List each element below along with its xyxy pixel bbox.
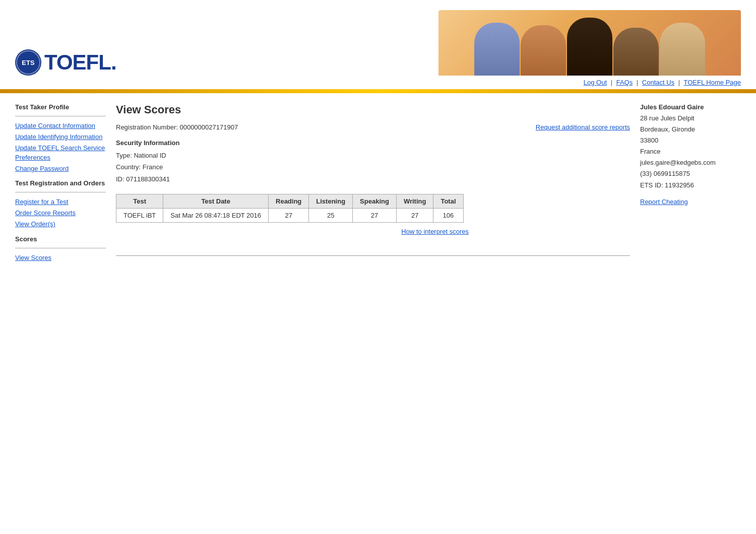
sidebar-divider-3 <box>15 248 106 248</box>
sidebar-section-scores: Scores View Scores <box>15 235 106 262</box>
header: ETS TOEFL. <box>0 0 756 76</box>
security-id: ID: 071188300341 <box>116 173 630 185</box>
scores-table: Test Test Date Reading Listening Speakin… <box>116 194 464 223</box>
main-content: View Scores Registration Number: 0000000… <box>116 103 630 269</box>
security-info: Type: National ID Country: France ID: 07… <box>116 150 630 185</box>
nav-sep-1: | <box>611 79 612 86</box>
user-email: jules.gaire@kedgebs.com <box>640 157 741 168</box>
user-name: Jules Edouard Gaire <box>640 103 741 111</box>
nav-sep-2: | <box>637 79 638 86</box>
faqs-link[interactable]: FAQs <box>616 79 633 86</box>
user-ets-id: ETS ID: 11932956 <box>640 180 741 191</box>
order-score-link[interactable]: Order Score Reports <box>15 209 106 218</box>
sidebar-title-scores: Scores <box>15 235 106 243</box>
student-3 <box>567 18 612 76</box>
sidebar-title-registration: Test Registration and Orders <box>15 179 106 187</box>
cell-listening: 25 <box>309 209 353 223</box>
view-scores-sidebar-link[interactable]: View Scores <box>15 253 106 262</box>
col-total: Total <box>433 194 463 209</box>
main-layout: Test Taker Profile Update Contact Inform… <box>0 93 756 279</box>
col-test: Test <box>116 194 163 209</box>
update-contact-link[interactable]: Update Contact Information <box>15 121 106 130</box>
col-speaking: Speaking <box>353 194 397 209</box>
update-toefl-search-link[interactable]: Update TOEFL Search Service Preferences <box>15 144 106 162</box>
sidebar-divider-2 <box>15 192 106 192</box>
registration-number: Registration Number: 0000000027171907 Re… <box>116 123 630 131</box>
scores-header-row: Test Test Date Reading Listening Speakin… <box>116 194 464 209</box>
address-line1: 28 rue Jules Delpit <box>640 113 741 124</box>
reg-number-text: Registration Number: 0000000027171907 <box>116 123 238 131</box>
student-5 <box>660 23 705 76</box>
sidebar-title-profile: Test Taker Profile <box>15 103 106 111</box>
content-footer <box>116 255 630 256</box>
student-4 <box>613 28 659 76</box>
sidebar-section-profile: Test Taker Profile Update Contact Inform… <box>15 103 106 173</box>
contact-us-link[interactable]: Contact Us <box>642 79 674 86</box>
interpret-scores-link[interactable]: How to interpret scores <box>116 228 469 235</box>
cell-speaking: 27 <box>353 209 397 223</box>
logo-area: ETS TOEFL. <box>15 49 116 76</box>
address-line2: Bordeaux, Gironde <box>640 124 741 135</box>
col-listening: Listening <box>309 194 353 209</box>
toefl-brand: TOEFL. <box>44 50 116 75</box>
address-line3: 33800 <box>640 135 741 146</box>
sidebar-section-registration: Test Registration and Orders Register fo… <box>15 179 106 229</box>
change-password-link[interactable]: Change Password <box>15 164 106 173</box>
logout-link[interactable]: Log Out <box>584 79 607 86</box>
page-title: View Scores <box>116 103 630 116</box>
register-test-link[interactable]: Register for a Test <box>15 197 106 207</box>
toefl-home-link[interactable]: TOEFL Home Page <box>684 79 741 86</box>
scores-table-head: Test Test Date Reading Listening Speakin… <box>116 194 464 209</box>
update-identifying-link[interactable]: Update Identifying Information <box>15 132 106 142</box>
ets-text: ETS <box>22 59 34 66</box>
gold-bar <box>0 89 756 93</box>
sidebar: Test Taker Profile Update Contact Inform… <box>15 103 106 269</box>
cell-date: Sat Mar 26 08:47:18 EDT 2016 <box>163 209 269 223</box>
ets-logo: ETS <box>15 49 41 76</box>
security-title: Security Information <box>116 139 630 147</box>
user-info: 28 rue Jules Delpit Bordeaux, Gironde 33… <box>640 113 741 191</box>
cell-reading: 27 <box>269 209 309 223</box>
report-cheating-link[interactable]: Report Cheating <box>640 198 741 206</box>
user-phone: (33) 0699115875 <box>640 168 741 179</box>
security-type: Type: National ID <box>116 150 630 161</box>
address-line4: France <box>640 146 741 157</box>
sidebar-divider-1 <box>15 116 106 116</box>
col-writing: Writing <box>396 194 433 209</box>
view-orders-link[interactable]: View Order(s) <box>15 220 106 229</box>
cell-test: TOEFL iBT <box>116 209 163 223</box>
security-country: Country: France <box>116 161 630 173</box>
request-score-link[interactable]: Request additional score reports <box>536 123 630 131</box>
cell-writing: 27 <box>396 209 433 223</box>
col-reading: Reading <box>269 194 309 209</box>
student-2 <box>521 25 566 76</box>
nav-bar: Log Out | FAQs | Contact Us | TOEFL Home… <box>0 76 756 89</box>
banner-image <box>438 10 741 76</box>
student-1 <box>474 23 520 76</box>
students-silhouette <box>474 10 705 76</box>
col-date: Test Date <box>163 194 269 209</box>
right-panel: Jules Edouard Gaire 28 rue Jules Delpit … <box>640 103 741 269</box>
nav-sep-3: | <box>678 79 680 86</box>
cell-total: 106 <box>433 209 463 223</box>
scores-table-body: TOEFL iBT Sat Mar 26 08:47:18 EDT 2016 2… <box>116 209 464 223</box>
table-row: TOEFL iBT Sat Mar 26 08:47:18 EDT 2016 2… <box>116 209 464 223</box>
